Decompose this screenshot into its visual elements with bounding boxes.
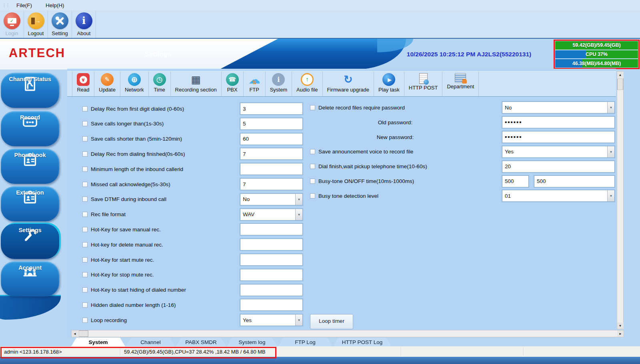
tab-ftp-log[interactable]: FTP Log: [278, 338, 332, 346]
menu-item-file[interactable]: File(F): [12, 2, 36, 9]
setting-checkbox[interactable]: [82, 242, 88, 247]
refresh-icon: ↻: [342, 73, 354, 86]
setting-checkbox[interactable]: [82, 136, 88, 141]
horizontal-scroll-thumb[interactable]: [79, 330, 88, 337]
tab-http-post-log[interactable]: HTTP POST Log: [333, 338, 391, 346]
tab-system-log[interactable]: System log: [227, 338, 277, 346]
ribbon-item-time[interactable]: ◷Time: [149, 72, 171, 96]
setting-checkbox[interactable]: [82, 182, 88, 187]
setting-dropdown[interactable]: 01▾: [502, 190, 615, 202]
ribbon-item-label: Recording section: [175, 87, 217, 93]
ribbon-item-audio-file[interactable]: ↑Audio file: [292, 72, 322, 96]
setting-input[interactable]: 7: [240, 178, 303, 190]
setting-checkbox[interactable]: [82, 167, 88, 172]
setting-button[interactable]: Setting: [48, 10, 72, 38]
setting-checkbox[interactable]: [82, 212, 88, 217]
dropdown-arrow-icon[interactable]: ▾: [607, 146, 614, 157]
ribbon-item-network[interactable]: ⊕Network: [120, 72, 149, 96]
dropdown-arrow-icon[interactable]: ▾: [295, 209, 302, 220]
setting-label: Hot-Key for start mute rec.: [91, 257, 154, 263]
setting-checkbox[interactable]: [310, 105, 315, 110]
setting-input[interactable]: ••••••: [502, 131, 615, 143]
setting-checkbox[interactable]: [82, 197, 88, 202]
about-button[interactable]: iAbout: [72, 10, 96, 38]
setting-checkbox[interactable]: [82, 272, 88, 277]
setting-input[interactable]: 500: [534, 175, 615, 187]
setting-checkbox[interactable]: [82, 318, 88, 323]
scroll-left-arrow-icon[interactable]: ◄: [72, 330, 78, 337]
setting-checkbox[interactable]: [310, 149, 315, 154]
menu-item-help[interactable]: Help(H): [42, 2, 68, 9]
sidebar-item-settings[interactable]: Settings: [1, 224, 59, 259]
setting-input[interactable]: [240, 284, 303, 296]
tab-system[interactable]: System: [71, 338, 125, 346]
ribbon-item-ftp[interactable]: ☁FTP: [244, 72, 266, 96]
ribbon-item-read[interactable]: ∨Read: [72, 72, 94, 96]
setting-dropdown[interactable]: WAV▾: [240, 209, 303, 221]
scroll-up-arrow-icon[interactable]: ▲: [617, 72, 624, 78]
setting-dropdown[interactable]: No▾: [502, 101, 615, 113]
sidebar-item-channel-status[interactable]: Channel Status: [1, 73, 59, 108]
setting-input[interactable]: [240, 163, 303, 175]
setting-dropdown[interactable]: Yes▾: [502, 146, 615, 158]
setting-label: New password:: [347, 134, 443, 140]
logout-button[interactable]: →Logout: [24, 10, 48, 38]
setting-input[interactable]: 60: [240, 133, 303, 145]
setting-checkbox[interactable]: [82, 287, 88, 292]
setting-checkbox[interactable]: [82, 257, 88, 263]
setting-input[interactable]: 500: [502, 175, 529, 187]
setting-label: Missed call acknowledge(5s-30s): [91, 181, 170, 187]
setting-checkbox[interactable]: [82, 302, 88, 308]
ribbon-item-system[interactable]: iSystem: [266, 72, 292, 96]
ribbon-item-play-task[interactable]: ▶Play task: [374, 72, 404, 96]
sidebar-item-extension[interactable]: Extension: [1, 186, 59, 221]
dropdown-arrow-icon[interactable]: ▾: [607, 190, 614, 201]
login-button[interactable]: ✓Login: [0, 10, 24, 38]
sidebar-item-account[interactable]: Account: [1, 261, 59, 296]
ribbon-item-firmware-upgrade[interactable]: ↻Firmware upgrade: [323, 72, 374, 96]
sidebar-item-record[interactable]: Record: [1, 111, 59, 146]
setting-checkbox[interactable]: [82, 121, 88, 126]
setting-checkbox[interactable]: [310, 164, 315, 169]
system-stats-annotation-box: 59.42(GB)/59.45(GB) CPU 37% 46.38(MB)/64…: [554, 40, 640, 69]
scroll-right-arrow-icon[interactable]: ►: [617, 330, 624, 337]
setting-row: Save DTMF during inbound call: [82, 193, 166, 205]
vertical-scroll-thumb[interactable]: [617, 79, 623, 90]
dropdown-arrow-icon[interactable]: ▾: [607, 102, 614, 113]
setting-checkbox[interactable]: [82, 227, 88, 232]
setting-input[interactable]: 20: [502, 161, 615, 173]
scroll-down-arrow-icon[interactable]: ▼: [617, 322, 624, 329]
ribbon-item-update[interactable]: ✎Update: [94, 72, 120, 96]
setting-dropdown[interactable]: No▾: [240, 193, 303, 205]
setting-input[interactable]: ••••••: [502, 116, 615, 128]
setting-input[interactable]: 7: [240, 148, 303, 160]
setting-checkbox[interactable]: [310, 193, 315, 199]
setting-input[interactable]: 5: [240, 118, 303, 130]
setting-input[interactable]: 3: [240, 103, 303, 115]
sidebar-item-label: Channel Status: [0, 76, 78, 82]
settings-ribbon: ∨Read✎Update⊕Network◷Time▦Recording sect…: [67, 71, 616, 97]
setting-input[interactable]: [240, 269, 303, 281]
tab-pabx-smdr[interactable]: PABX SMDR: [176, 338, 226, 346]
setting-input[interactable]: [240, 254, 303, 266]
setting-input[interactable]: [240, 239, 303, 251]
ribbon-item-pbx[interactable]: ☎PBX: [222, 72, 244, 96]
setting-checkbox[interactable]: [82, 151, 88, 157]
setting-label: Rec file format: [91, 211, 126, 217]
ribbon-item-department[interactable]: Department: [442, 72, 479, 96]
ribbon-item-http-post[interactable]: HTTP POST: [404, 72, 443, 96]
vertical-scrollbar[interactable]: ▲ ▼: [617, 71, 624, 329]
tab-channel[interactable]: Channel: [126, 338, 175, 346]
setting-input[interactable]: [240, 299, 303, 311]
setting-checkbox[interactable]: [82, 106, 88, 111]
loop-timer-button[interactable]: Loop timer: [310, 314, 353, 329]
setting-checkbox[interactable]: [310, 179, 315, 184]
ribbon-item-recording-section[interactable]: ▦Recording section: [171, 72, 222, 96]
setting-input[interactable]: [240, 223, 303, 235]
horizontal-scrollbar[interactable]: ◄ ►: [71, 330, 624, 337]
setting-dropdown[interactable]: Yes▾: [240, 314, 303, 326]
sidebar-item-phonebook[interactable]: Phonebook: [1, 149, 59, 184]
dropdown-arrow-icon[interactable]: ▾: [295, 194, 302, 205]
pencil-icon: ✎: [101, 73, 114, 86]
dropdown-arrow-icon[interactable]: ▾: [295, 314, 302, 326]
